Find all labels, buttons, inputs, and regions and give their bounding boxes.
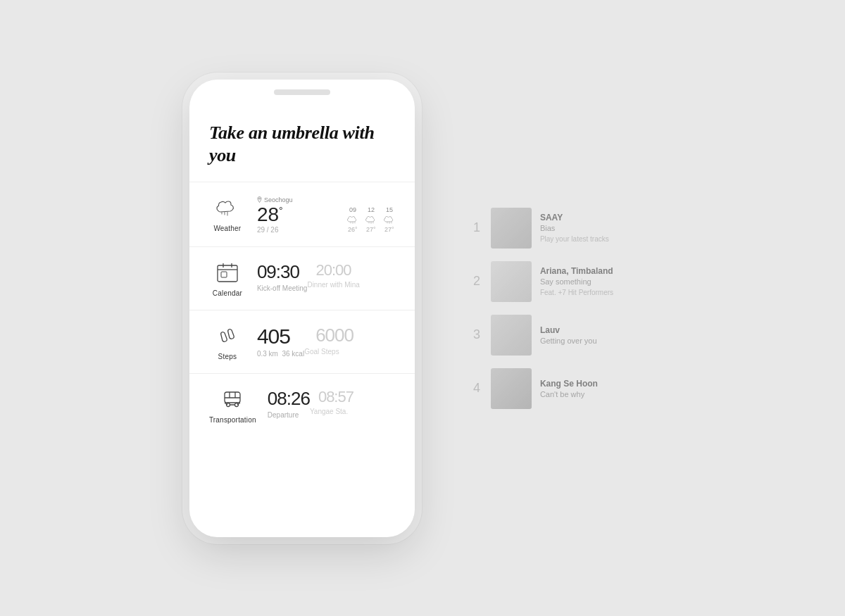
music-info-3: Kang Se Hoon Can't be why [540,379,598,398]
transport-icon-col: Transportation [209,386,256,424]
music-title-3: Can't be why [540,390,598,398]
svg-rect-5 [221,272,227,277]
phone-mockup: Take an umbrella with you Weather [189,80,415,537]
music-artist-3: Kang Se Hoon [540,379,598,389]
music-thumb-3 [491,368,532,409]
forecast-time-1: 12 [368,206,375,213]
calendar-secondary-event: Dinner with Mina [307,281,359,289]
steps-primary-block: 405 0.3 km 36 kcal [257,325,304,358]
music-number-0: 1 [471,220,482,235]
weather-location-text: Seochogu [264,196,293,203]
music-artist-1: Ariana, Timbaland [540,266,613,276]
calendar-primary-event: Kick-off Meeting [257,284,308,292]
calendar-icon-col: Calendar [209,260,246,297]
music-thumb-0 [491,208,532,249]
phone-notch [274,89,330,95]
main-title: Take an umbrella with you [209,122,395,168]
steps-goal-label: Goal Steps [304,348,353,356]
weather-location: Seochogu [257,196,395,203]
transport-content: 08:26 Departure 08:57 Yangae Sta. [268,386,395,419]
music-panel: 1 SAAY Bias Play your latest tracks 2 Ar… [471,208,613,409]
steps-content: 405 0.3 km 36 kcal 6000 Goal Steps [257,323,395,358]
transport-label: Transportation [209,416,256,424]
phone-screen[interactable]: Take an umbrella with you Weather [189,80,415,537]
weather-content: Seochogu 28° 29 / 26 09 [257,195,395,234]
transport-icon [220,386,245,412]
forecast-cloud-2 [384,215,395,224]
forecast-temp-2: 27° [384,226,394,233]
calendar-icon [215,260,240,285]
departure-time: 08:26 [268,388,310,410]
forecast-item-1: 12 27° [365,206,377,233]
arrival-station: Yangae Sta. [310,408,353,415]
forecast-temp-0: 26° [348,226,358,233]
weather-main-row: 28° 29 / 26 09 [257,205,395,234]
steps-widget: Steps 405 0.3 km 36 kcal 6000 Goal Steps [189,310,415,373]
weather-temp: 28° [257,205,283,225]
music-info-2: Lauv Getting over you [540,325,597,345]
music-info-1: Ariana, Timbaland Say something Feat. +7… [540,266,613,296]
transport-widget: Transportation 08:26 Departure 08:57 Yan… [189,373,415,436]
music-number-2: 3 [471,327,482,342]
transport-secondary-block: 08:57 Yangae Sta. [310,388,353,415]
music-number-1: 2 [471,274,482,289]
music-artist-2: Lauv [540,325,597,335]
music-artist-0: SAAY [540,213,609,222]
calendar-content: 09:30 Kick-off Meeting 20:00 Dinner with… [257,260,395,292]
music-item-2: 3 Lauv Getting over you [471,315,613,356]
music-title-0: Bias [540,224,609,232]
music-thumb-2 [491,315,532,356]
forecast-item-0: 09 26° [347,206,358,233]
music-number-3: 4 [471,381,482,396]
weather-forecast: 09 26° 12 [347,205,395,233]
steps-icon-col: Steps [209,323,246,360]
steps-sub: 0.3 km 36 kcal [257,350,304,358]
arrival-time: 08:57 [318,388,353,406]
music-item-1: 2 Ariana, Timbaland Say something Feat. … [471,261,613,302]
weather-icon-col: Weather [209,195,246,232]
weather-widget: Weather Seochogu 28° 29 / 26 [189,182,415,246]
steps-icon [215,323,240,348]
transport-time-row: 08:26 Departure 08:57 Yangae Sta. [268,388,395,419]
calendar-primary-block: 09:30 Kick-off Meeting [257,261,308,292]
forecast-item-2: 15 27° [384,206,395,233]
calendar-secondary-block: 20:00 Dinner with Mina [307,261,359,289]
music-title-2: Getting over you [540,337,597,345]
weather-range: 29 / 26 [257,226,283,234]
calendar-time-row: 09:30 Kick-off Meeting 20:00 Dinner with… [257,261,395,292]
steps-goal: 6000 [315,325,353,346]
music-info-0: SAAY Bias Play your latest tracks [540,213,609,243]
cloud-icon [215,195,240,220]
forecast-temp-1: 27° [366,226,376,233]
weather-label: Weather [213,225,241,232]
music-item-3: 4 Kang Se Hoon Can't be why [471,368,613,409]
steps-row: 405 0.3 km 36 kcal 6000 Goal Steps [257,325,395,358]
steps-count: 405 [257,325,304,348]
calendar-widget: Calendar 09:30 Kick-off Meeting 20:00 Di… [189,246,415,310]
calendar-secondary-time: 20:00 [315,261,359,279]
music-item-0: 1 SAAY Bias Play your latest tracks [471,208,613,249]
steps-goal-block: 6000 Goal Steps [304,325,353,356]
forecast-cloud-1 [365,215,377,224]
music-sub-1: Feat. +7 Hit Performers [540,289,613,296]
transport-primary-block: 08:26 Departure [268,388,310,419]
departure-label: Departure [268,411,310,419]
steps-label: Steps [218,353,237,360]
calendar-label: Calendar [213,289,242,297]
svg-point-0 [258,198,260,199]
calendar-primary-time: 09:30 [257,261,308,283]
forecast-time-2: 15 [386,206,393,213]
forecast-cloud-0 [347,215,358,224]
music-thumb-1 [491,261,532,302]
svg-rect-1 [218,265,237,282]
music-title-1: Say something [540,277,613,286]
forecast-time-0: 09 [349,206,356,213]
music-sub-0: Play your latest tracks [540,235,609,243]
